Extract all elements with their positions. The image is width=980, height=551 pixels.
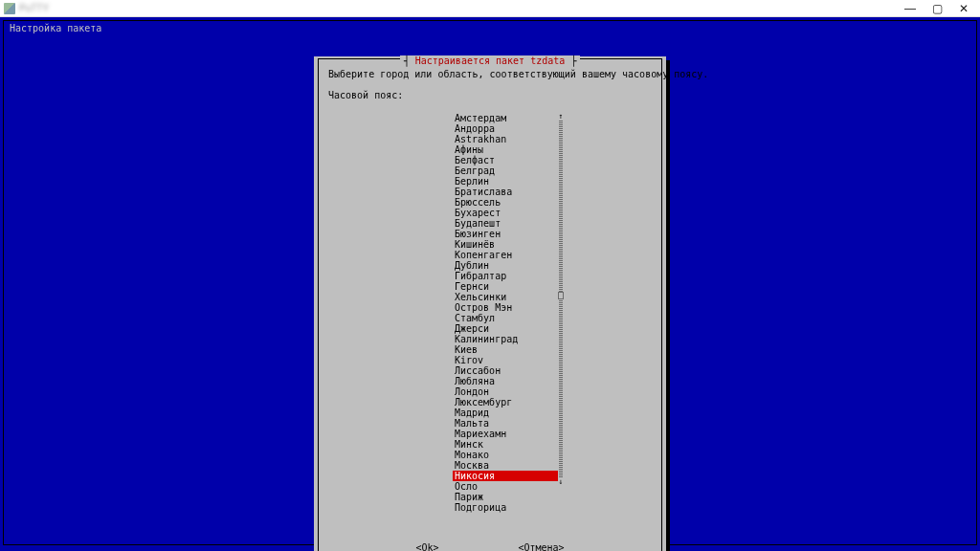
- timezone-option[interactable]: Киев: [453, 344, 558, 355]
- timezone-option[interactable]: Минск: [453, 439, 558, 450]
- maximize-button[interactable]: ▢: [930, 3, 944, 14]
- timezone-option[interactable]: Лиссабон: [453, 365, 558, 376]
- timezone-option[interactable]: Кишинёв: [453, 239, 558, 250]
- dialog-field-label: Часовой пояс:: [328, 90, 652, 100]
- timezone-option[interactable]: Лондон: [453, 386, 558, 397]
- timezone-option[interactable]: Любляна: [453, 376, 558, 386]
- scroll-up-arrow[interactable]: ↑: [559, 113, 564, 121]
- timezone-option[interactable]: Белфаст: [453, 155, 558, 165]
- timezone-option[interactable]: Стамбул: [453, 313, 558, 323]
- timezone-option[interactable]: Мариехамн: [453, 429, 558, 439]
- scroll-track[interactable]: [559, 121, 563, 478]
- timezone-list[interactable]: АмстердамАндорраAstrakhanАфиныБелфастБел…: [453, 113, 558, 513]
- timezone-option[interactable]: Братислава: [453, 187, 558, 197]
- dialog-prompt: Выберите город или область, соответствую…: [328, 69, 652, 79]
- scroll-down-arrow[interactable]: ↓: [559, 478, 564, 486]
- window-titlebar: PuTTY — ▢ ✕: [0, 0, 980, 17]
- timezone-option[interactable]: Подгорица: [453, 502, 558, 513]
- package-config-header: Настройка пакета: [10, 23, 101, 33]
- tzdata-dialog: ┤ Настраивается пакет tzdata ├ Выберите …: [314, 56, 666, 551]
- timezone-option[interactable]: Париж: [453, 492, 558, 502]
- timezone-option[interactable]: Афины: [453, 144, 558, 155]
- timezone-option[interactable]: Брюссель: [453, 197, 558, 208]
- cancel-button[interactable]: <Отмена>: [518, 542, 564, 551]
- timezone-option[interactable]: Осло: [453, 481, 558, 492]
- minimize-button[interactable]: —: [903, 3, 917, 14]
- timezone-option[interactable]: Мадрид: [453, 408, 558, 418]
- timezone-option[interactable]: Амстердам: [453, 113, 558, 123]
- app-icon: [4, 3, 15, 14]
- timezone-option[interactable]: Бухарест: [453, 208, 558, 218]
- terminal-area: Настройка пакета ┤ Настраивается пакет t…: [0, 17, 980, 551]
- close-button[interactable]: ✕: [957, 3, 970, 14]
- timezone-option[interactable]: Дублин: [453, 260, 558, 271]
- timezone-option[interactable]: Копенгаген: [453, 250, 558, 260]
- dialog-title: ┤ Настраивается пакет tzdata ├: [400, 55, 581, 66]
- timezone-option[interactable]: Никосия: [453, 471, 558, 481]
- timezone-option[interactable]: Люксембург: [453, 397, 558, 408]
- timezone-option[interactable]: Калининград: [453, 334, 558, 344]
- list-scrollbar[interactable]: ↑ ↓: [558, 113, 564, 486]
- scroll-thumb[interactable]: [559, 293, 563, 298]
- timezone-option[interactable]: Монако: [453, 450, 558, 460]
- timezone-option[interactable]: Будапешт: [453, 218, 558, 229]
- window-title: PuTTY: [19, 3, 49, 13]
- timezone-option[interactable]: Гибралтар: [453, 271, 558, 281]
- ok-button[interactable]: <Ok>: [415, 542, 438, 551]
- timezone-option[interactable]: Astrakhan: [453, 134, 558, 144]
- timezone-option[interactable]: Джерси: [453, 323, 558, 334]
- timezone-option[interactable]: Мальта: [453, 418, 558, 429]
- timezone-option[interactable]: Хельсинки: [453, 292, 558, 302]
- timezone-option[interactable]: Белград: [453, 165, 558, 176]
- timezone-option[interactable]: Андорра: [453, 123, 558, 134]
- timezone-option[interactable]: Берлин: [453, 176, 558, 187]
- timezone-option[interactable]: Бюзинген: [453, 229, 558, 239]
- timezone-option[interactable]: Kirov: [453, 355, 558, 365]
- timezone-option[interactable]: Гернси: [453, 281, 558, 292]
- timezone-option[interactable]: Москва: [453, 460, 558, 471]
- timezone-option[interactable]: Остров Мэн: [453, 302, 558, 313]
